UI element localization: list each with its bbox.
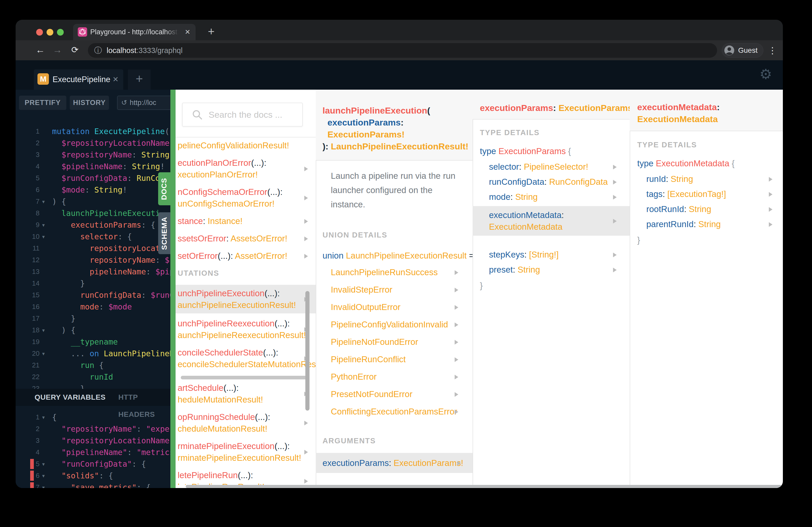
query-variables-tab[interactable]: QUERY VARIABLES <box>34 389 106 406</box>
prettify-button[interactable]: PRETTIFY <box>19 96 66 110</box>
code-line: 1mutation ExecutePipeline( <box>16 125 170 137</box>
docs-field-row[interactable]: setOrError(...): AssetOrError! <box>176 250 316 262</box>
endpoint-reload-icon: ↺ <box>121 99 127 107</box>
forward-icon[interactable]: → <box>51 40 64 60</box>
chevron-right-icon <box>769 207 772 212</box>
profile-button[interactable]: Guest <box>722 43 763 58</box>
union-member-row[interactable]: PipelineConfigValidationInvalid <box>316 319 473 330</box>
settings-gear-icon[interactable]: ⚙ <box>759 66 772 82</box>
type-field-row[interactable]: rootRunId: String <box>630 203 783 215</box>
type-field-row[interactable]: selector: PipelineSelector! <box>473 161 630 172</box>
type-field-row[interactable]: runConfigData: RunConfigData <box>473 176 630 187</box>
docs-field-row[interactable]: unchPipelineExecution(...):aunchPipeline… <box>176 285 316 313</box>
chevron-right-icon <box>613 165 617 169</box>
union-member-row[interactable]: ConflictingExecutionParamsError <box>316 406 473 417</box>
union-member-row[interactable]: PresetNotFoundError <box>316 388 473 400</box>
query-code[interactable]: 1mutation ExecutePipeline(2 $repositoryL… <box>16 125 170 394</box>
schema-side-tab[interactable]: SCHEMA <box>158 212 170 254</box>
fold-arrow-icon: ▾ <box>42 348 45 360</box>
chevron-right-icon <box>457 461 461 466</box>
query-editor-pane: PRETTIFY HISTORY ↺http://loc 1mutation E… <box>16 90 170 488</box>
docs-field-row[interactable]: ecutionPlanOrError(...):xecutionPlanOrEr… <box>176 157 316 180</box>
docs-field-row[interactable]: artSchedule(...):heduleMutationResult! <box>176 382 316 405</box>
union-member-row[interactable]: PythonError <box>316 371 473 382</box>
argument-row-selected[interactable]: executionParams: ExecutionParams! <box>316 453 473 473</box>
chevron-right-icon <box>613 268 617 272</box>
union-member-row[interactable]: InvalidOutputError <box>316 301 473 313</box>
endpoint-input[interactable]: ↺http://loc <box>117 96 170 110</box>
browser-toolbar: ← → ⟳ ⓘ localhost:3333/graphql Guest ⋮ <box>16 40 783 60</box>
union-member-list: LaunchPipelineRunSuccessInvalidStepError… <box>316 266 473 417</box>
reload-icon[interactable]: ⟳ <box>68 40 82 60</box>
traffic-maximize-button[interactable] <box>57 29 64 35</box>
chevron-right-icon <box>769 222 772 227</box>
field-description: Launch a pipeline run via the runlaunche… <box>331 169 473 212</box>
docs-vertical-scrollbar[interactable] <box>305 291 309 410</box>
browser-tabstrip: Playground - http://localhost:3 ✕ + <box>16 20 783 40</box>
type-field-row[interactable]: mode: String <box>473 191 630 203</box>
docs-field-row[interactable]: rminatePipelineExecution(...):rminatePip… <box>176 440 316 464</box>
docs-field-row[interactable]: ssetsOrError: AssetsOrError! <box>176 232 316 244</box>
type-signature-header: executionParams: ExecutionParams! <box>473 90 630 120</box>
type-field-row[interactable]: preset: String <box>473 264 630 275</box>
fold-arrow-icon: ▾ <box>42 231 45 243</box>
chevron-right-icon <box>455 288 458 292</box>
type-field-row[interactable]: stepKeys: [String!] <box>473 249 630 260</box>
union-member-row[interactable]: PipelineNotFoundError <box>316 336 473 348</box>
playground-tab-close-icon[interactable]: ✕ <box>113 70 119 90</box>
type-field-list: selector: PipelineSelector!runConfigData… <box>473 161 630 275</box>
union-member-row[interactable]: LaunchPipelineRunSuccess <box>316 266 473 278</box>
code-line: 5▾ "runConfigData": { <box>16 458 170 470</box>
type-details-title: TYPE DETAILS <box>480 129 630 137</box>
playground-tab[interactable]: M ExecutePipeline ✕ <box>34 70 123 90</box>
code-line: 4 "pipelineName": "metrics <box>16 447 170 458</box>
union-declaration: union LaunchPipelineExecutionResult = <box>322 250 473 262</box>
docs-field-row[interactable]: nConfigSchemaOrError(...):unConfigSchema… <box>176 186 316 209</box>
type-field-row[interactable]: runId: String <box>630 173 783 185</box>
fold-arrow-icon: ▾ <box>42 325 45 336</box>
fold-arrow-icon: ▾ <box>42 412 45 423</box>
tab-close-icon[interactable]: ✕ <box>185 24 190 40</box>
type-field-row[interactable]: parentRunId: String <box>630 218 783 230</box>
docs-field-row[interactable]: pelineConfigValidationResult! <box>176 139 316 151</box>
docs-field-row[interactable]: letePipelineRun(...):letePipelineRunResu… <box>176 469 316 485</box>
chevron-right-icon <box>769 192 772 197</box>
docs-search-input[interactable]: Search the docs ... <box>182 103 303 126</box>
traffic-close-button[interactable] <box>36 29 43 35</box>
chevron-right-icon <box>304 254 308 259</box>
address-bar[interactable]: ⓘ localhost:3333/graphql <box>88 43 717 58</box>
code-line: 1▾{ <box>16 411 170 423</box>
chevron-right-icon <box>613 195 617 199</box>
playground-new-tab-button[interactable]: + <box>128 70 150 90</box>
code-line: 22 runId <box>16 371 170 383</box>
fold-arrow-icon: ▾ <box>42 196 45 208</box>
site-info-icon[interactable]: ⓘ <box>94 43 102 58</box>
close-brace: } <box>637 235 783 245</box>
close-brace: } <box>480 281 630 290</box>
docs-side-tab[interactable]: DOCS <box>158 172 170 205</box>
browser-menu-icon[interactable]: ⋮ <box>767 43 778 58</box>
docs-field-row[interactable]: stance: Instance! <box>176 215 316 227</box>
code-line: 8 launchPipelineExecuti <box>16 207 170 219</box>
back-icon[interactable]: ← <box>34 40 47 60</box>
browser-tab[interactable]: Playground - http://localhost:3 ✕ <box>73 24 195 40</box>
union-member-row[interactable]: PipelineRunConflict <box>316 353 473 365</box>
history-button[interactable]: HISTORY <box>70 96 109 110</box>
fold-arrow-icon: ▾ <box>42 219 45 231</box>
search-placeholder: Search the docs ... <box>208 103 282 126</box>
fold-arrow-icon: ▾ <box>42 482 45 488</box>
chevron-right-icon <box>304 167 308 171</box>
docs-field-row[interactable]: opRunningSchedule(...):cheduleMutationRe… <box>176 411 316 435</box>
list-horizontal-scrollbar[interactable] <box>181 376 309 379</box>
docs-horizontal-scrollbar[interactable] <box>186 485 782 488</box>
chevron-right-icon <box>304 450 308 454</box>
code-line: 2 "repositoryName": "exper <box>16 423 170 435</box>
traffic-minimize-button[interactable] <box>46 29 53 35</box>
docs-field-row[interactable]: concileSchedulerState(...):econcileSched… <box>176 347 316 370</box>
query-variables-code[interactable]: 1▾{2 "repositoryName": "exper3 "reposito… <box>16 411 170 488</box>
type-field-row[interactable]: tags: [ExecutionTag!] <box>630 188 783 200</box>
new-tab-button[interactable]: + <box>201 24 221 40</box>
type-field-row[interactable]: executionMetadata:ExecutionMetadata <box>473 206 630 236</box>
docs-field-row[interactable]: unchPipelineReexecution(...):aunchPipeli… <box>176 318 316 341</box>
union-member-row[interactable]: InvalidStepError <box>316 284 473 296</box>
